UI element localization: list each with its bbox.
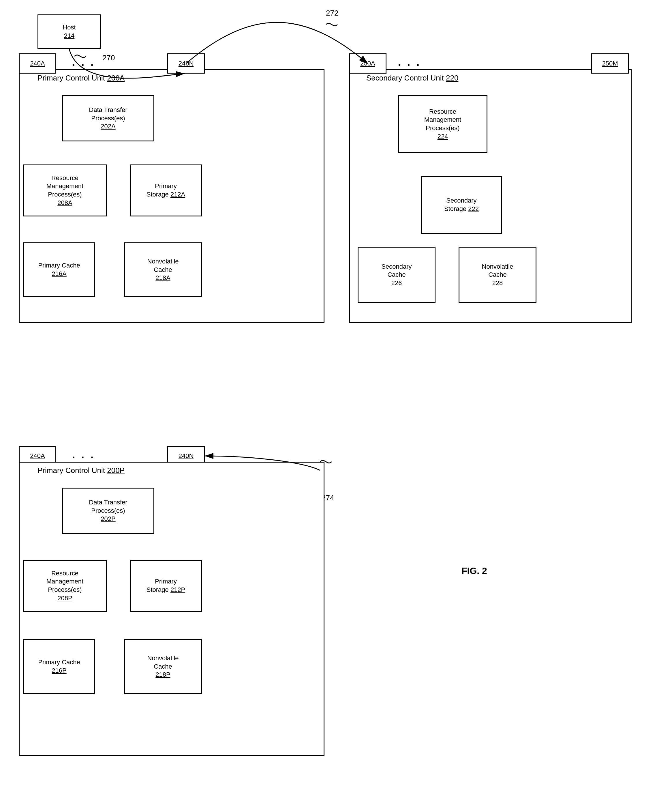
- secondary-cache-box: SecondaryCache226: [358, 247, 435, 303]
- data-transfer-a-box: Data TransferProcess(es) 202A: [62, 95, 154, 141]
- channel-240a-p-label: 240A: [30, 452, 45, 460]
- nonvolatile-cache-sec-id: 228: [492, 279, 503, 287]
- dots-top-secondary: . . .: [398, 56, 421, 68]
- nonvolatile-cache-p-box: NonvolatileCache218P: [124, 639, 202, 694]
- channel-240a-top-label: 240A: [30, 59, 45, 68]
- primary-cache-a-id: 216A: [52, 270, 66, 277]
- secondary-storage-box: SecondaryStorage 222: [421, 176, 502, 234]
- fig-label: FIG. 2: [461, 566, 487, 576]
- arrow-272: [186, 22, 368, 64]
- primary-cache-p-label: Primary Cache216P: [38, 658, 80, 675]
- data-transfer-p-box: Data TransferProcess(es) 202P: [62, 488, 154, 534]
- channel-240a-top: 240A: [19, 53, 56, 74]
- channel-250a-top: 250A: [349, 53, 386, 74]
- dots-top-a: . . .: [72, 56, 95, 68]
- host-box: Host 214: [37, 14, 101, 49]
- squiggle-272: [326, 23, 338, 26]
- primary-cache-p-id: 216P: [52, 667, 66, 674]
- channel-250m-top: 250M: [591, 53, 629, 74]
- channel-240n-p-label: 240N: [179, 452, 194, 460]
- channel-250a-label: 250A: [360, 59, 375, 68]
- nonvolatile-cache-p-id: 218P: [155, 671, 170, 678]
- resource-mgmt-p-label: ResourceManagementProcess(es): [46, 569, 83, 594]
- secondary-storage-id: 222: [468, 205, 479, 212]
- primary-storage-a-box: PrimaryStorage 212A: [130, 165, 202, 216]
- primary-cache-a-box: Primary Cache216A: [23, 242, 95, 297]
- primary-cu-a-id: 200A: [107, 74, 125, 82]
- primary-cache-p-box: Primary Cache216P: [23, 639, 95, 694]
- secondary-cache-id: 226: [391, 279, 402, 287]
- channel-250m-label: 250M: [602, 59, 618, 68]
- resource-mgmt-p-id: 208P: [58, 594, 72, 603]
- secondary-cache-label: SecondaryCache226: [381, 263, 411, 287]
- resource-mgmt-sec-label: ResourceManagementProcess(es): [424, 107, 461, 133]
- nonvolatile-cache-sec-label: NonvolatileCache228: [482, 263, 514, 287]
- resource-mgmt-sec-box: ResourceManagementProcess(es) 224: [398, 95, 487, 153]
- nonvolatile-cache-a-id: 218A: [155, 274, 170, 281]
- nonvolatile-cache-sec-box: NonvolatileCache228: [459, 247, 536, 303]
- primary-cu-p-id: 200P: [107, 466, 125, 475]
- primary-cache-a-label: Primary Cache216A: [38, 261, 80, 278]
- host-id: 214: [64, 32, 75, 40]
- primary-storage-p-box: PrimaryStorage 212P: [130, 560, 202, 612]
- resource-mgmt-a-label: ResourceManagementProcess(es): [46, 174, 83, 199]
- arrow-270-label: 270: [102, 53, 115, 63]
- data-transfer-p-label: Data TransferProcess(es): [89, 498, 127, 515]
- secondary-cu-id: 220: [446, 74, 458, 82]
- arrow-272-label: 272: [326, 9, 338, 18]
- resource-mgmt-sec-id: 224: [437, 133, 448, 141]
- primary-storage-a-id: 212A: [170, 191, 185, 198]
- resource-mgmt-p-box: ResourceManagementProcess(es) 208P: [23, 560, 107, 612]
- data-transfer-p-id: 202P: [101, 515, 115, 523]
- primary-storage-p-id: 212P: [170, 586, 185, 593]
- nonvolatile-cache-a-label: NonvolatileCache218A: [147, 257, 179, 282]
- primary-storage-p-label: PrimaryStorage 212P: [147, 577, 186, 594]
- dots-bottom-p: . . .: [72, 449, 95, 461]
- channel-240n-top: 240N: [167, 53, 205, 74]
- host-label: Host: [62, 23, 75, 32]
- primary-cu-a-title: Primary Control Unit 200A: [37, 74, 125, 83]
- primary-cu-p-title: Primary Control Unit 200P: [37, 466, 125, 475]
- data-transfer-a-label: Data TransferProcess(es): [89, 106, 127, 122]
- secondary-storage-label: SecondaryStorage 222: [444, 197, 479, 213]
- secondary-cu-title: Secondary Control Unit 220: [366, 74, 458, 83]
- channel-240n-top-label: 240N: [179, 59, 194, 68]
- diagram: Host 214 270 272 Primary Control Unit 20…: [0, 0, 672, 795]
- resource-mgmt-a-id: 208A: [58, 199, 72, 207]
- nonvolatile-cache-p-label: NonvolatileCache218P: [147, 654, 179, 679]
- nonvolatile-cache-a-box: NonvolatileCache218A: [124, 242, 202, 297]
- data-transfer-a-id: 202A: [101, 122, 115, 131]
- primary-storage-a-label: PrimaryStorage 212A: [147, 182, 186, 199]
- resource-mgmt-a-box: ResourceManagementProcess(es) 208A: [23, 165, 107, 216]
